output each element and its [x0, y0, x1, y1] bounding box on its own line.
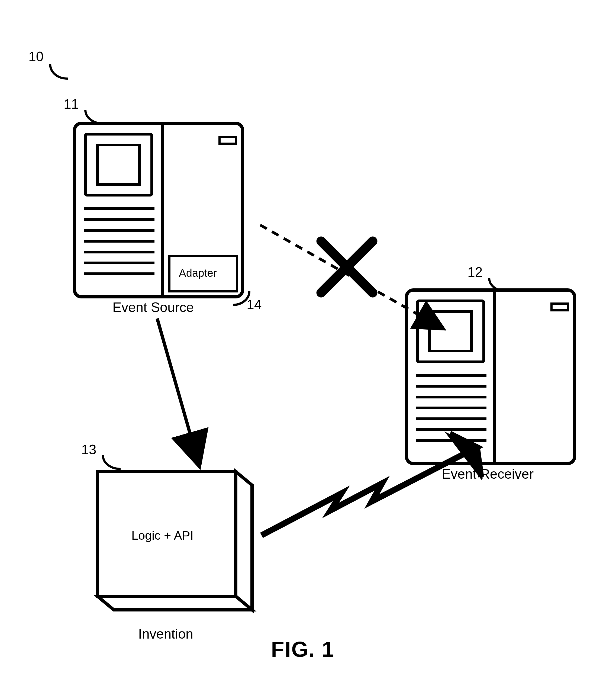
- invention-caption: Invention: [138, 626, 193, 642]
- svg-rect-3: [97, 145, 140, 184]
- ref-hook-10: [50, 64, 68, 78]
- diagram-svg: [0, 0, 616, 673]
- ref-11: 11: [64, 96, 79, 112]
- svg-marker-25: [236, 472, 252, 610]
- invention-label: Logic + API: [132, 528, 194, 542]
- ref-12: 12: [467, 264, 483, 280]
- source-to-invention-arrow: [157, 318, 195, 451]
- event-receiver-caption: Event Receiver: [442, 466, 534, 482]
- blocked-path-arrow: [260, 225, 432, 322]
- x-mark-icon: [321, 241, 373, 293]
- svg-line-30: [157, 318, 195, 451]
- svg-rect-4: [219, 137, 236, 144]
- diagram-figure-1: 10 11 Adapter Event Source 14 12 Event R…: [0, 0, 616, 673]
- svg-marker-26: [97, 596, 252, 610]
- event-source-computer: [74, 110, 249, 305]
- ref-13: 13: [81, 442, 96, 458]
- svg-rect-16: [552, 303, 568, 310]
- figure-caption: FIG. 1: [271, 637, 335, 662]
- event-receiver-computer: [407, 278, 575, 463]
- adapter-label: Adapter: [179, 267, 217, 279]
- ref-14: 14: [247, 297, 262, 312]
- event-source-caption: Event Source: [113, 299, 194, 315]
- svg-rect-15: [430, 312, 471, 351]
- ref-10: 10: [28, 49, 44, 64]
